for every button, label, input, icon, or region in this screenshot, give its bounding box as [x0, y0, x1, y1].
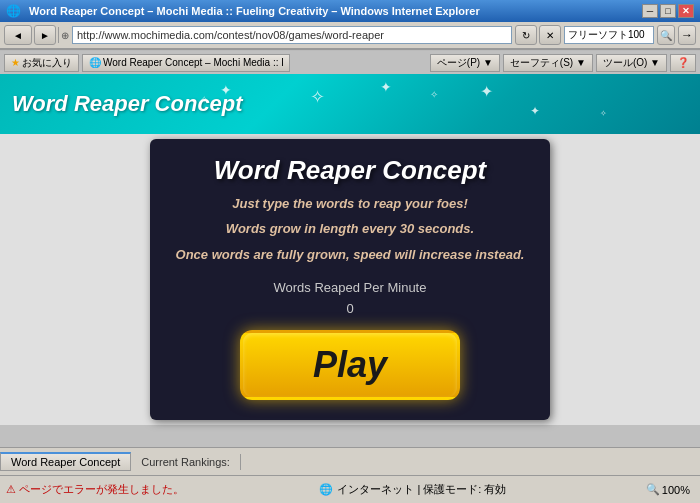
play-button[interactable]: Play [240, 330, 460, 400]
minimize-button[interactable]: ─ [642, 4, 658, 18]
address-input[interactable] [72, 26, 512, 44]
maximize-button[interactable]: □ [660, 4, 676, 18]
window-title-bar: 🌐 Word Reaper Concept – Mochi Media :: F… [0, 0, 700, 22]
warning-icon: ⚠ [6, 483, 16, 496]
site-header: ✦ ✧ ✦ ✧ ✦ ✧ ✦ ✧ Word Reaper Concept [0, 74, 700, 134]
star-icon: ★ [11, 57, 20, 68]
page-menu[interactable]: ページ(P) ▼ [430, 54, 500, 72]
help-menu[interactable]: ❓ [670, 54, 696, 72]
address-label: ⊕ [61, 30, 69, 41]
search-button[interactable]: 🔍 [657, 25, 675, 45]
stop-button[interactable]: ✕ [539, 25, 561, 45]
bottom-tab-bar: Word Reaper Concept Current Rankings: [0, 447, 700, 475]
sparkle-5: ✦ [480, 82, 493, 101]
zoom-icon: 🔍 [646, 483, 660, 496]
zoom-level: 100% [662, 484, 690, 496]
play-button-label: Play [313, 344, 387, 386]
forward-button[interactable]: ► [34, 25, 56, 45]
status-right: 🔍 100% [642, 481, 694, 498]
toolbar-row2: ★ お気に入り 🌐 Word Reaper Concept – Mochi Me… [0, 50, 700, 74]
sparkle-2: ✧ [310, 86, 325, 108]
internet-text: インターネット | 保護モード: 有効 [337, 482, 506, 497]
sparkle-4: ✧ [430, 89, 438, 100]
game-panel: Word Reaper Concept Just type the words … [150, 139, 550, 421]
game-subtitle-2: Words grow in length every 30 seconds. [226, 219, 474, 239]
safety-menu[interactable]: セーフティ(S) ▼ [503, 54, 593, 72]
site-title: Word Reaper Concept [12, 91, 243, 117]
go-button[interactable]: → [678, 25, 696, 45]
window-controls: ─ □ ✕ [642, 4, 694, 18]
favorites-button[interactable]: ★ お気に入り [4, 54, 79, 72]
globe-icon: 🌐 [89, 57, 101, 68]
warning-text: ページでエラーが発生しました。 [19, 482, 184, 497]
game-subtitle-3: Once words are fully grown, speed will i… [176, 245, 525, 265]
ie-toolbar: ◄ ► ⊕ ↻ ✕ 🔍 → [0, 22, 700, 50]
close-button[interactable]: ✕ [678, 4, 694, 18]
bottom-tab-1[interactable]: Word Reaper Concept [0, 452, 131, 471]
window-title: Word Reaper Concept – Mochi Media :: Fue… [29, 5, 638, 17]
internet-icon: 🌐 [319, 483, 333, 496]
tools-menu[interactable]: ツール(O) ▼ [596, 54, 667, 72]
page-tab[interactable]: 🌐 Word Reaper Concept – Mochi Media :: F… [82, 54, 290, 72]
status-center: 🌐 インターネット | 保護モード: 有効 [188, 482, 638, 497]
game-title: Word Reaper Concept [214, 155, 487, 186]
main-content: Word Reaper Concept Just type the words … [0, 134, 700, 425]
sparkle-3: ✦ [380, 79, 392, 95]
status-warning: ⚠ ページでエラーが発生しました。 [6, 482, 184, 497]
stats-label: Words Reaped Per Minute [274, 280, 427, 295]
stats-value: 0 [346, 301, 353, 316]
bottom-section-1[interactable]: Current Rankings: [131, 454, 241, 470]
refresh-button[interactable]: ↻ [515, 25, 537, 45]
status-bar: ⚠ ページでエラーが発生しました。 🌐 インターネット | 保護モード: 有効 … [0, 475, 700, 503]
game-subtitle-1: Just type the words to reap your foes! [232, 194, 468, 214]
toolbar-separator [58, 27, 59, 43]
sparkle-8: ✧ [600, 109, 607, 118]
back-button[interactable]: ◄ [4, 25, 32, 45]
zoom-control[interactable]: 🔍 100% [642, 481, 694, 498]
search-input[interactable] [564, 26, 654, 44]
sparkle-7: ✦ [530, 104, 540, 118]
